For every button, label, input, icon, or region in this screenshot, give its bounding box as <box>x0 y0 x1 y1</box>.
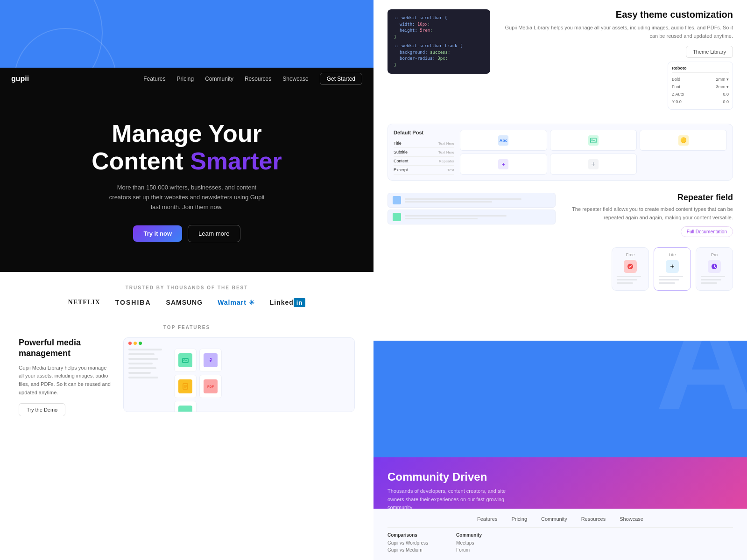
trusted-section: TRUSTED BY THOUSANDS OF THE BEST NETFLIX… <box>0 272 374 315</box>
footer-community[interactable]: Community <box>541 516 567 522</box>
dot-red <box>128 342 132 345</box>
style-row-y: Y 0.0 0.0 <box>672 98 729 105</box>
feature-desc: Gupii Media Library helps you manage all… <box>19 364 112 397</box>
logo-linkedin: Linkedin <box>270 299 306 306</box>
footer-comparisons: Comparisons Gupii vs Wordpress Gupii vs … <box>388 532 428 553</box>
pricing-card-pro: Pro <box>696 247 733 291</box>
footer-meetups[interactable]: Meetups <box>456 540 482 546</box>
try-demo-button[interactable]: Try the Demo <box>19 403 65 416</box>
post-fields: Default Post Title Text Here Subtitle Te… <box>394 130 454 175</box>
preview-item-img1 <box>174 349 197 372</box>
navbar: gupii Features Pricing Community Resourc… <box>0 68 374 90</box>
trusted-logos: NETFLIX TOSHIBA SAMSUNG Walmart ✳ Linked… <box>19 299 355 306</box>
footer-forum[interactable]: Forum <box>456 547 482 553</box>
footer-gupii-wordpress[interactable]: Gupii vs Wordpress <box>388 540 428 546</box>
community-section: Community Driven Thousands of developers… <box>374 457 747 560</box>
main-container: gupii Features Pricing Community Resourc… <box>0 0 747 560</box>
style-row-bold: Bold 2mm ▾ <box>672 76 729 83</box>
footer-pricing[interactable]: Pricing <box>511 516 527 522</box>
nav-showcase[interactable]: Showcase <box>282 76 308 82</box>
top-strip <box>0 0 374 68</box>
footer-features[interactable]: Features <box>477 516 497 522</box>
hero-section: Manage Your Content Smarter More than 15… <box>0 90 374 272</box>
preview-item-img2 <box>174 401 197 412</box>
feature-preview: PDF <box>123 337 355 412</box>
repeater-title: Repeater field <box>565 193 733 203</box>
footer-bottom-links: Comparisons Gupii vs Wordpress Gupii vs … <box>388 527 733 553</box>
post-field-subtitle: Subtitle Text Here <box>394 148 454 157</box>
theme-library-button[interactable]: Theme Library <box>686 46 733 58</box>
pricing-card-free: Free <box>612 247 649 291</box>
preview-icon-pdf: PDF <box>204 379 218 393</box>
learn-more-button[interactable]: Learn more <box>188 225 240 242</box>
preview-content: PDF <box>124 349 354 412</box>
default-post-panel: Default Post Title Text Here Subtitle Te… <box>388 124 733 181</box>
post-type-img <box>550 130 637 151</box>
logo-toshiba: TOSHIBA <box>115 299 151 306</box>
feature-media-card: Powerful media management Gupii Media Li… <box>19 337 355 416</box>
post-type-purple <box>460 154 547 175</box>
style-row-font: Font 3mm ▾ <box>672 83 729 91</box>
preview-icon-img <box>178 353 192 367</box>
hero-buttons: Try it now Learn more <box>133 225 240 242</box>
preview-icon-music <box>204 353 218 367</box>
post-types-grid: Abc 🟡 <box>460 130 727 175</box>
logo-walmart: Walmart ✳ <box>218 299 255 306</box>
dot-yellow <box>134 342 137 345</box>
post-field-content: Content Repeater <box>394 157 454 166</box>
preview-lines <box>128 349 166 412</box>
post-type-abc: Abc <box>460 130 547 151</box>
style-panel: Roboto Bold 2mm ▾ Font 3mm ▾ Z Auto <box>668 62 733 110</box>
nav-logo: gupii <box>11 75 29 83</box>
community-desc: Thousands of developers, content creator… <box>388 487 509 512</box>
footer-showcase[interactable]: Showcase <box>620 516 643 522</box>
top-right-section: ::-webkit-scrollbar { width: 10px; heigh… <box>374 0 747 119</box>
default-post-title: Default Post <box>394 130 454 135</box>
footer-nav: Features Pricing Community Resources Sho… <box>374 509 747 560</box>
logo-samsung: SAMSUNG <box>166 299 203 306</box>
hero-subtitle: More than 150,000 writers, businesses, a… <box>107 183 266 212</box>
get-started-button[interactable]: Get Started <box>320 73 362 85</box>
community-label: Community <box>456 532 482 538</box>
left-panel: gupii Features Pricing Community Resourc… <box>0 0 374 560</box>
hero-title: Manage Your Content Smarter <box>92 120 282 176</box>
right-panel: ::-webkit-scrollbar { width: 10px; heigh… <box>374 0 747 560</box>
post-type-add[interactable]: + <box>550 154 637 175</box>
post-field-title: Title Text Here <box>394 139 454 148</box>
feature-text: Powerful media management Gupii Media Li… <box>19 337 112 416</box>
logo-netflix: NETFLIX <box>68 299 100 306</box>
code-block: ::-webkit-scrollbar { width: 10px; heigh… <box>388 9 490 74</box>
footer-community-col: Community Meetups Forum <box>456 532 482 553</box>
post-type-yellow: 🟡 <box>640 130 727 151</box>
footer-gupii-medium[interactable]: Gupii vs Medium <box>388 547 428 553</box>
footer-resources[interactable]: Resources <box>581 516 606 522</box>
preview-item-pdf: PDF <box>199 375 222 398</box>
footer-top-links: Features Pricing Community Resources Sho… <box>388 516 733 522</box>
preview-item-music <box>199 349 222 372</box>
nav-links: Features Pricing Community Resources Sho… <box>143 73 362 85</box>
community-title: Community Driven <box>388 470 733 483</box>
nav-pricing[interactable]: Pricing <box>177 76 194 82</box>
right-content: ::-webkit-scrollbar { width: 10px; heigh… <box>374 0 747 341</box>
preview-item-doc <box>174 375 197 398</box>
gupii-site: gupii Features Pricing Community Resourc… <box>0 68 374 560</box>
repeater-img-row-1 <box>388 193 556 208</box>
preview-topbar <box>124 338 354 349</box>
repeater-text-area: Repeater field The repeater field allows… <box>565 193 733 237</box>
dot-green <box>139 342 142 345</box>
nav-resources[interactable]: Resources <box>245 76 271 82</box>
theme-title: Easy theme customization <box>500 9 733 20</box>
nav-community[interactable]: Community <box>205 76 233 82</box>
repeater-preview-area <box>388 193 556 237</box>
theme-customization: Easy theme customization Gupii Media Lib… <box>500 9 733 110</box>
full-documentation-button[interactable]: Full Documentation <box>681 226 733 237</box>
pricing-card-lite: Lite + <box>654 247 691 291</box>
try-it-now-button[interactable]: Try it now <box>133 225 182 242</box>
pricing-section: Free Lite + <box>374 243 747 295</box>
nav-features[interactable]: Features <box>143 76 165 82</box>
preview-grid: PDF <box>169 349 226 412</box>
trusted-label: TRUSTED BY THOUSANDS OF THE BEST <box>19 285 355 290</box>
feature-title: Powerful media management <box>19 337 112 359</box>
comparisons-label: Comparisons <box>388 532 428 538</box>
repeater-desc: The repeater field allows you to create … <box>565 205 733 222</box>
